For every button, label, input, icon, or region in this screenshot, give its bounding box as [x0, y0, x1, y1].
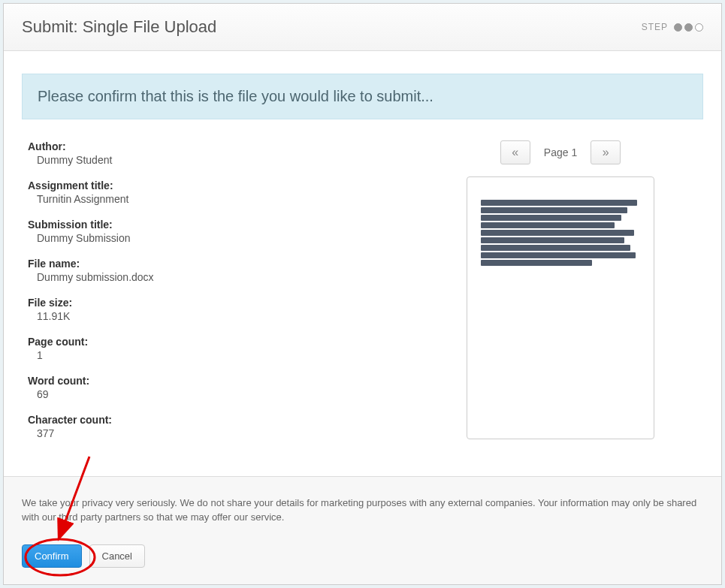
confirm-button[interactable]: Confirm	[22, 544, 82, 568]
preview-text-line	[481, 237, 624, 243]
step-label: STEP	[642, 22, 668, 32]
assignment-label: Assignment title:	[28, 179, 400, 191]
preview-text-line	[481, 222, 615, 228]
pager-next-button[interactable]: »	[591, 140, 621, 164]
preview-text-line	[481, 245, 630, 251]
pagecount-label: Page count:	[28, 336, 400, 348]
panel-footer: We take your privacy very seriously. We …	[4, 476, 721, 584]
preview-text-line	[481, 200, 637, 206]
filesize-value: 11.91K	[28, 309, 400, 322]
preview-text-line	[481, 260, 592, 266]
pager-prev-button[interactable]: «	[500, 140, 530, 164]
assignment-value: Turnitin Assignment	[28, 191, 400, 205]
field-submission-title: Submission title: Dummy Submission	[28, 219, 400, 244]
cancel-button[interactable]: Cancel	[89, 544, 145, 568]
field-character-count: Character count: 377	[28, 414, 400, 439]
preview-text-line	[481, 230, 634, 236]
charcount-value: 377	[28, 426, 400, 439]
page-title: Submit: Single File Upload	[22, 17, 216, 37]
action-buttons: Confirm Cancel	[22, 544, 703, 568]
charcount-label: Character count:	[28, 414, 400, 426]
filesize-label: File size:	[28, 297, 400, 309]
document-preview	[467, 176, 654, 439]
field-page-count: Page count: 1	[28, 336, 400, 361]
filename-value: Dummy submission.docx	[28, 270, 400, 283]
chevron-double-right-icon: »	[603, 146, 609, 159]
confirm-banner: Please confirm that this is the file you…	[22, 74, 703, 119]
step-dot-3-icon	[695, 23, 703, 32]
step-dots	[674, 23, 703, 32]
author-label: Author:	[28, 140, 400, 152]
filename-label: File name:	[28, 258, 400, 270]
field-author: Author: Dummy Student	[28, 140, 400, 166]
submission-label: Submission title:	[28, 219, 400, 231]
pagecount-value: 1	[28, 348, 400, 361]
panel-content: Please confirm that this is the file you…	[4, 51, 721, 476]
preview-text-line	[481, 215, 621, 221]
field-file-name: File name: Dummy submission.docx	[28, 258, 400, 283]
chevron-double-left-icon: «	[512, 146, 518, 159]
step-dot-2-icon	[684, 23, 693, 32]
preview-text-line	[481, 252, 636, 258]
step-dot-1-icon	[674, 23, 682, 32]
author-value: Dummy Student	[28, 152, 400, 166]
file-metadata: Author: Dummy Student Assignment title: …	[22, 140, 400, 453]
submission-value: Dummy Submission	[28, 231, 400, 244]
preview-text-line	[481, 207, 627, 213]
step-indicator: STEP	[642, 22, 703, 32]
field-file-size: File size: 11.91K	[28, 297, 400, 322]
pager-page-label: Page 1	[544, 146, 577, 158]
preview-column: « Page 1 »	[418, 140, 703, 453]
panel-header: Submit: Single File Upload STEP	[4, 4, 721, 51]
field-assignment-title: Assignment title: Turnitin Assignment	[28, 179, 400, 205]
field-word-count: Word count: 69	[28, 375, 400, 400]
wordcount-value: 69	[28, 387, 400, 400]
upload-confirm-panel: Submit: Single File Upload STEP Please c…	[3, 3, 722, 585]
privacy-text: We take your privacy very seriously. We …	[22, 496, 703, 525]
preview-pager: « Page 1 »	[500, 140, 621, 164]
wordcount-label: Word count:	[28, 375, 400, 387]
